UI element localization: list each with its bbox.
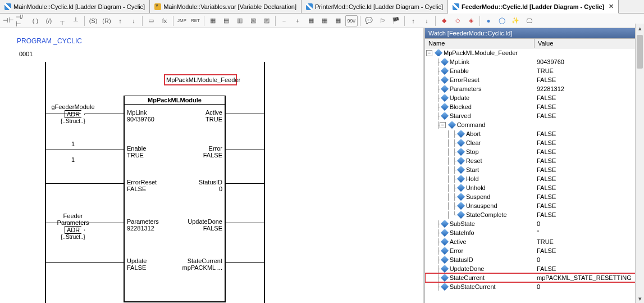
watch-value-cell[interactable]: FALSE xyxy=(535,139,644,146)
watch-value-cell[interactable]: FALSE xyxy=(535,202,644,209)
tool-falling[interactable]: ↓ xyxy=(127,15,140,26)
tool-fb[interactable]: ▭ xyxy=(145,15,157,26)
scroll-up-icon[interactable]: ▴ xyxy=(636,24,644,33)
scroll-down-icon[interactable]: ▾ xyxy=(636,294,644,303)
watch-row[interactable]: │ ├HoldFALSE xyxy=(425,174,644,183)
tool-func[interactable]: fx xyxy=(158,15,171,26)
watch-row[interactable]: ├−Command xyxy=(425,120,644,129)
watch-row[interactable]: ├Parameters92281312 xyxy=(425,84,644,93)
watch-value-cell[interactable]: FALSE xyxy=(535,184,644,191)
watch-row[interactable]: │ ├ResetFALSE xyxy=(425,156,644,165)
watch-value-cell[interactable]: FALSE xyxy=(535,211,644,218)
external-label[interactable]: 1 xyxy=(49,156,97,163)
tool-contact-no[interactable]: ⊣⊢ xyxy=(2,15,15,26)
watch-row[interactable]: ├SubStateCurrent0 xyxy=(425,282,644,291)
tool-win4[interactable]: ▧ xyxy=(247,15,259,26)
watch-row[interactable]: ├BlockedFALSE xyxy=(425,102,644,111)
watch-row[interactable]: │ ├UnholdFALSE xyxy=(425,183,644,192)
watch-row[interactable]: ├StarvedFALSE xyxy=(425,111,644,120)
tool-contact-nc[interactable]: ⊣/⊢ xyxy=(16,15,28,26)
watch-value-cell[interactable]: 0 xyxy=(535,256,644,263)
tool-monitor[interactable]: 🖵 xyxy=(523,15,535,26)
expand-icon[interactable]: − xyxy=(426,50,432,56)
tool-m3[interactable]: ◈ xyxy=(465,15,477,26)
function-block[interactable]: MpPackMLModule MpLinkActive90439760TRUEE… xyxy=(124,96,226,302)
watch-value-cell[interactable]: FALSE xyxy=(535,157,644,164)
tool-coil[interactable]: ( ) xyxy=(29,15,42,26)
tool-flag2[interactable]: 🏴 xyxy=(390,15,402,26)
watch-row[interactable]: │ ├AbortFALSE xyxy=(425,129,644,138)
fb-instance-name[interactable]: MpPackMLModule_Feeder xyxy=(164,74,237,85)
watch-row[interactable]: ├SubState0 xyxy=(425,219,644,228)
close-icon[interactable]: ✕ xyxy=(609,3,614,10)
watch-value-cell[interactable]: FALSE xyxy=(535,247,644,254)
watch-row[interactable]: ├ActiveTRUE xyxy=(425,237,644,246)
watch-value-cell[interactable]: 0 xyxy=(535,283,644,290)
watch-row[interactable]: ├ErrorResetFALSE xyxy=(425,75,644,84)
watch-value-cell[interactable]: 92281312 xyxy=(535,85,644,92)
watch-value-cell[interactable]: TRUE xyxy=(535,238,644,245)
tool-set[interactable]: (S) xyxy=(87,15,99,26)
watch-row[interactable]: │ ├SuspendFALSE xyxy=(425,192,644,201)
watch-col-value[interactable]: Value xyxy=(535,39,644,48)
tool-return[interactable]: RET xyxy=(189,15,202,26)
ladder-editor[interactable]: PROGRAM _CYCLIC 0001 MpPackMLModule_Feed… xyxy=(0,28,423,303)
tool-reset[interactable]: (R) xyxy=(101,15,113,26)
watch-value-cell[interactable]: FALSE xyxy=(535,175,644,182)
tool-grid2[interactable]: ▦ xyxy=(318,15,331,26)
tab[interactable]: MainModule::Cyclic.ld [Ladder Diagram - … xyxy=(0,0,150,13)
tool-branch-down[interactable]: ┬ xyxy=(56,15,68,26)
tool-down[interactable]: ↓ xyxy=(421,15,433,26)
watch-row[interactable]: ├StateInfo" xyxy=(425,228,644,237)
watch-value-cell[interactable]: FALSE xyxy=(535,76,644,83)
tool-win3[interactable]: ▥ xyxy=(234,15,246,26)
watch-value-cell[interactable]: FALSE xyxy=(535,130,644,137)
watch-value-cell[interactable]: 90439760 xyxy=(535,58,644,65)
watch-row[interactable]: │ ├ClearFALSE xyxy=(425,138,644,147)
external-label[interactable]: 1 xyxy=(49,141,97,147)
watch-row[interactable]: │ ├StartFALSE xyxy=(425,165,644,174)
expand-icon[interactable]: − xyxy=(440,122,446,128)
tool-flag[interactable]: 🏳 xyxy=(376,15,389,26)
tool-zoom-in[interactable]: + xyxy=(291,15,304,26)
tool-zoom-out[interactable]: − xyxy=(278,15,290,26)
tool-bubble[interactable]: 💬 xyxy=(363,15,375,26)
watch-value-cell[interactable]: " xyxy=(535,229,644,236)
watch-row[interactable]: ├MpLink90439760 xyxy=(425,57,644,66)
watch-value-cell[interactable]: FALSE xyxy=(535,103,644,110)
watch-row[interactable]: ├EnableTRUE xyxy=(425,66,644,75)
tool-m1[interactable]: ◆ xyxy=(438,15,450,26)
watch-value-cell[interactable]: FALSE xyxy=(535,166,644,173)
tab[interactable]: FeederModu::Cyclic.ld [Ladder Diagram - … xyxy=(448,0,619,13)
watch-value-cell[interactable]: FALSE xyxy=(535,94,644,101)
tool-branch-up[interactable]: ┴ xyxy=(70,15,82,26)
tool-jump[interactable]: JMP xyxy=(176,15,188,26)
external-label[interactable]: gFeederModuleADR{..Struct..} xyxy=(49,103,97,124)
watch-row[interactable]: ├StatusID0 xyxy=(425,255,644,264)
watch-value-cell[interactable]: FALSE xyxy=(535,112,644,119)
tab[interactable]: PrinterMod::Cyclic.ld [Ladder Diagram - … xyxy=(302,0,448,13)
watch-row[interactable]: ├ErrorFALSE xyxy=(425,246,644,255)
watch-row[interactable]: ├UpdateFALSE xyxy=(425,93,644,102)
watch-col-name[interactable]: Name xyxy=(425,39,535,48)
tool-wand[interactable]: ✨ xyxy=(509,15,522,26)
tool-99[interactable]: 99# xyxy=(345,15,358,26)
watch-row[interactable]: │ ├StopFALSE xyxy=(425,147,644,156)
watch-value-cell[interactable]: mpPACKML_STATE_RESETTING xyxy=(535,274,644,281)
watch-row[interactable]: ├UpdateDoneFALSE xyxy=(425,264,644,273)
watch-value-cell[interactable]: 0 xyxy=(535,220,644,227)
scroll-thumb[interactable] xyxy=(637,35,643,69)
watch-value-cell[interactable]: TRUE xyxy=(535,67,644,74)
watch-value-cell[interactable]: FALSE xyxy=(535,148,644,155)
tool-m2[interactable]: ◇ xyxy=(451,15,464,26)
watch-row[interactable]: │ └StateCompleteFALSE xyxy=(425,210,644,219)
watch-row[interactable]: ├StateCurrentmpPACKML_STATE_RESETTING xyxy=(425,273,644,282)
tool-win1[interactable]: ▦ xyxy=(207,15,219,26)
tool-c2[interactable]: ◯ xyxy=(496,15,508,26)
tool-win2[interactable]: ▤ xyxy=(220,15,232,26)
tool-coil-neg[interactable]: (/) xyxy=(43,15,55,26)
tab[interactable]: MainModule::Variables.var [Variable Decl… xyxy=(150,0,302,13)
tool-grid3[interactable]: ▦ xyxy=(332,15,344,26)
tool-c1[interactable]: ● xyxy=(482,15,495,26)
external-label[interactable]: FeederParametersADR{..Struct..} xyxy=(49,212,97,240)
